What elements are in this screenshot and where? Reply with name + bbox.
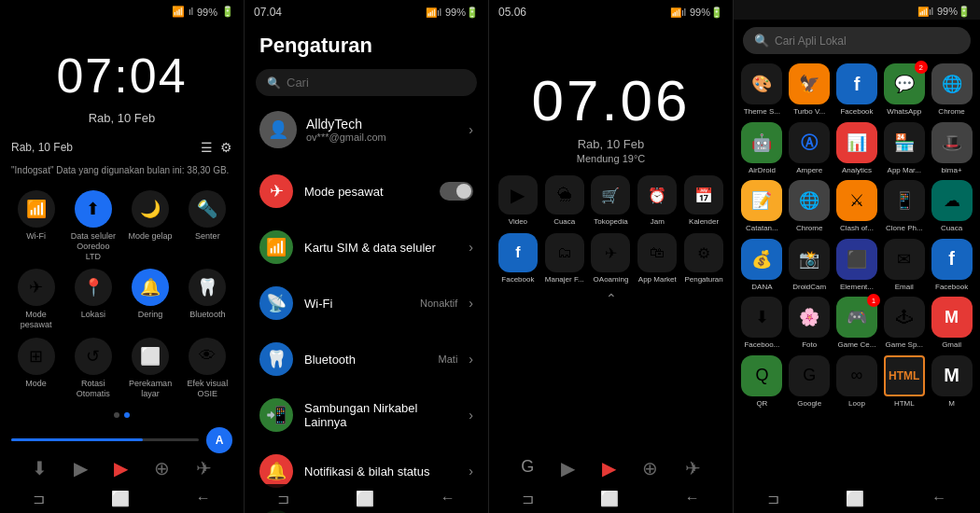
bluetooth-settings-value: Mati — [439, 354, 458, 365]
dock-3-1[interactable]: G — [521, 457, 534, 479]
dock-icon-1[interactable]: ⬇ — [32, 457, 48, 479]
toggle-wifi[interactable]: 📶 Wi-Fi — [11, 190, 61, 261]
drawer-app-droidcam[interactable]: 📸 DroidCam — [789, 239, 831, 292]
drawer-app-turbov[interactable]: 🦅 Turbo V... — [789, 63, 831, 117]
home-app-filemanager[interactable]: 🗂 Manajer F... — [543, 233, 586, 284]
drawer-app-gmail[interactable]: M Gmail — [931, 297, 973, 350]
dock-3-4[interactable]: ⊕ — [642, 457, 658, 479]
drawer-search[interactable]: 🔍 — [743, 27, 971, 54]
nav-home-1[interactable]: ⬜ — [111, 490, 130, 507]
home-app-fb[interactable]: f Facebook — [497, 233, 539, 284]
nav-home-2[interactable]: ⬜ — [356, 490, 374, 507]
home-app-oroaming[interactable]: ✈ OAoaming — [590, 233, 633, 284]
drawer-app-cuaca[interactable]: ☁ Cuaca — [931, 180, 973, 233]
drawer-app-coc[interactable]: ⚔ Clash of... — [836, 180, 878, 233]
drawer-app-notes[interactable]: 📝 Catatan... — [741, 180, 783, 233]
home-app-calendar[interactable]: 📅 Kalender — [682, 175, 725, 226]
calendar-icon: 📅 — [684, 175, 723, 215]
drawer-app-m[interactable]: M M — [931, 355, 973, 409]
drawer-app-whatsapp[interactable]: 💬 2 WhatsApp — [883, 63, 925, 117]
nav-back-1[interactable]: ⊐ — [33, 490, 45, 507]
drawer-app-gamecenter[interactable]: 🎮 1 Game Ce... — [836, 297, 878, 350]
home-app-tokopedia[interactable]: 🛒 Tokopedia — [590, 175, 633, 226]
settings-airplane[interactable]: ✈ Mode pesawat — [245, 163, 488, 219]
airplane-toggle[interactable] — [440, 182, 473, 201]
toggle-airplane[interactable]: ✈ Mode pesawat — [11, 269, 61, 330]
home-app-video[interactable]: ▶ Video — [497, 175, 539, 226]
brightness-track[interactable] — [11, 438, 199, 441]
nav-back-2[interactable]: ⊐ — [277, 490, 289, 507]
toggle-dark[interactable]: 🌙 Mode gelap — [126, 190, 175, 261]
settings-search[interactable]: 🔍 Cari — [256, 69, 477, 96]
drawer-app-fbdown[interactable]: ⬇ Faceboo... — [741, 297, 783, 350]
drawer-app-foto[interactable]: 🌸 Foto — [789, 297, 831, 350]
home-app-weather[interactable]: 🌦 Cuaca — [543, 175, 586, 226]
drawer-app-gamesp[interactable]: 🕹 Game Sp... — [883, 297, 925, 350]
nav-recent-3[interactable]: ← — [685, 490, 700, 507]
drawer-app-html[interactable]: HTML HTML — [883, 355, 925, 409]
google-label: Google — [797, 399, 821, 409]
drawer-app-clone[interactable]: 📱 Clone Ph... — [883, 180, 925, 233]
drawer-app-bima[interactable]: 🎩 bima+ — [931, 122, 973, 175]
drawer-app-themes[interactable]: 🎨 Theme S... — [741, 63, 783, 117]
settings-network[interactable]: 📲 Sambungan Nirkabel Lainnya › — [245, 387, 488, 443]
dock-icon-3[interactable]: ▶ — [114, 457, 128, 479]
dock-icon-4[interactable]: ⊕ — [154, 457, 170, 479]
toggle-data[interactable]: ⬆ Data seluler Ooredoo LTD — [68, 190, 118, 261]
toggle-sound[interactable]: 🔔 Dering — [126, 269, 175, 330]
drawer-app-chrome2[interactable]: 🌐 Chrome — [789, 180, 831, 233]
nav-recent-4[interactable]: ← — [931, 490, 946, 507]
settings-icon[interactable]: ⚙ — [220, 140, 232, 155]
drawer-app-google[interactable]: G Google — [789, 355, 831, 409]
nav-recent-1[interactable]: ← — [196, 490, 211, 507]
brightness-bar[interactable]: A — [0, 423, 244, 457]
toggle-location[interactable]: 📍 Lokasi — [68, 269, 118, 330]
settings-sim[interactable]: 📶 Kartu SIM & data seluler › — [245, 219, 488, 275]
drawer-app-analytics[interactable]: 📊 Analytics — [836, 122, 878, 175]
chrome2-label: Chrome — [796, 224, 822, 233]
nav-home-3[interactable]: ⬜ — [600, 490, 619, 507]
drawer-app-email[interactable]: ✉ Email — [883, 239, 925, 292]
home-app-appmarket[interactable]: 🛍 App Market — [636, 233, 679, 284]
list-icon[interactable]: ☰ — [201, 140, 213, 155]
drawer-app-dana[interactable]: 💰 DANA — [741, 239, 783, 292]
toggle-bluetooth[interactable]: 🦷 Bluetooth — [183, 269, 232, 330]
fbdown-label: Faceboo... — [744, 340, 779, 350]
settings-wifi[interactable]: 📡 Wi-Fi Nonaktif › — [245, 275, 488, 331]
dock-3-2[interactable]: ▶ — [561, 457, 575, 479]
cuaca-label: Cuaca — [941, 224, 962, 233]
toggle-senter[interactable]: 🔦 Senter — [183, 190, 232, 261]
nav-back-4[interactable]: ⊐ — [767, 490, 779, 507]
data-label: Data seluler Ooredoo LTD — [68, 231, 118, 261]
toggle-osie[interactable]: 👁 Efek visual OSIE — [183, 338, 232, 399]
dock-3-5[interactable]: ✈ — [685, 457, 701, 479]
drawer-app-element[interactable]: ⬛ Element... — [836, 239, 878, 292]
turbov-icon: 🦅 — [789, 63, 830, 104]
drawer-app-facebook[interactable]: f Facebook — [836, 63, 878, 117]
html-label: HTML — [894, 399, 915, 409]
dock-icon-2[interactable]: ▶ — [74, 457, 88, 479]
drawer-app-chrome[interactable]: 🌐 Chrome — [931, 63, 973, 117]
facebook-icon: f — [836, 63, 877, 104]
profile-info: AlldyTech ov***@gmail.com — [306, 117, 459, 143]
settings-bluetooth[interactable]: 🦷 Bluetooth Mati › — [245, 331, 488, 387]
drawer-app-qr[interactable]: Q QR — [741, 355, 783, 409]
drawer-app-airdroid[interactable]: 🤖 AirDroid — [741, 122, 783, 175]
toggle-rotate[interactable]: ↺ Rotasi Otomatis — [68, 338, 118, 399]
scroll-up-arrow[interactable]: ⌃ — [489, 287, 733, 310]
profile-row[interactable]: 👤 AlldyTech ov***@gmail.com › — [245, 104, 488, 156]
drawer-search-input[interactable] — [775, 35, 959, 48]
nav-home-4[interactable]: ⬜ — [846, 490, 864, 507]
toggle-record[interactable]: ⬜ Perekaman layar — [126, 338, 175, 399]
home-app-clock[interactable]: ⏰ Jam — [636, 175, 679, 226]
home-app-settings[interactable]: ⚙ Pengaturan — [682, 233, 725, 284]
drawer-app-loop[interactable]: ∞ Loop — [836, 355, 878, 409]
drawer-app-ampere[interactable]: Ⓐ Ampere — [789, 122, 831, 175]
toggle-mode[interactable]: ⊞ Mode — [11, 338, 61, 399]
nav-recent-2[interactable]: ← — [441, 490, 455, 507]
nav-back-3[interactable]: ⊐ — [522, 490, 534, 507]
dock-3-3[interactable]: ▶ — [602, 457, 616, 479]
dock-icon-5[interactable]: ✈ — [196, 457, 212, 479]
drawer-app-appmarket[interactable]: 🏪 App Mar... — [883, 122, 925, 175]
drawer-app-facebook2[interactable]: f Facebook — [931, 239, 973, 292]
